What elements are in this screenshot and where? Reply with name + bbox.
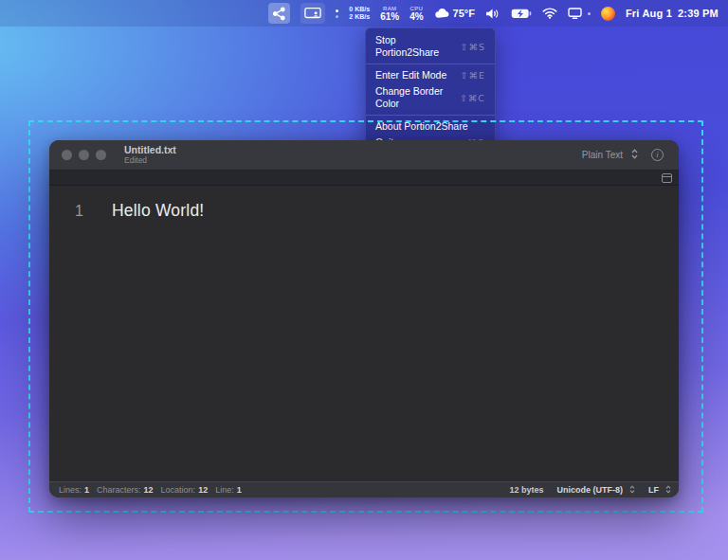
zoom-button[interactable] bbox=[96, 150, 106, 160]
menubar-clock[interactable]: Fri Aug 1 2:39 PM bbox=[626, 3, 719, 24]
menu-item-label: Enter Edit Mode bbox=[375, 69, 446, 81]
share-icon bbox=[272, 7, 286, 21]
syntax-select[interactable]: Plain Text bbox=[582, 149, 638, 161]
menubar-weather[interactable]: 75°F bbox=[434, 3, 475, 24]
menu-separator bbox=[366, 63, 495, 64]
menubar-screenshare-button[interactable] bbox=[300, 3, 325, 24]
display-icon bbox=[568, 8, 582, 20]
traffic-lights bbox=[62, 150, 106, 160]
editor-window: Untitled.txt Edited Plain Text i 1 Hello… bbox=[49, 140, 679, 497]
screen-sharing-icon bbox=[304, 7, 321, 20]
menu-item-border-color[interactable]: Change Border Color ⇧⌘C bbox=[366, 83, 495, 112]
chevron-updown-icon bbox=[631, 149, 638, 161]
status-location: Location: 12 bbox=[161, 485, 209, 495]
editor-text[interactable]: Hello World! bbox=[112, 201, 204, 221]
close-button[interactable] bbox=[62, 150, 72, 160]
weather-temp: 75°F bbox=[453, 8, 475, 19]
menubar-cpu-stat[interactable]: CPU 4% bbox=[410, 3, 423, 24]
encoding-select[interactable]: Unicode (UTF-8) bbox=[557, 485, 636, 496]
menubar-portion2share-button[interactable] bbox=[268, 3, 290, 24]
volume-icon bbox=[485, 8, 500, 20]
menu-item-shortcut: ⇧⌘C bbox=[460, 92, 485, 104]
status-line: Line: 1 bbox=[215, 485, 242, 495]
network-download: 2 KB/s bbox=[349, 13, 370, 21]
dot-icon bbox=[336, 15, 338, 18]
file-size: 12 bytes bbox=[509, 485, 543, 495]
ram-value: 61% bbox=[380, 11, 399, 22]
menu-item-shortcut: ⇧⌘E bbox=[461, 69, 485, 81]
menu-item-label: Change Border Color bbox=[375, 85, 460, 110]
network-upload: 0 KB/s bbox=[349, 6, 370, 13]
editor-navigation-bar bbox=[49, 171, 679, 186]
chevron-updown-icon bbox=[665, 485, 671, 496]
minimize-button[interactable] bbox=[79, 150, 89, 160]
menu-item-label: Stop Portion2Share bbox=[375, 34, 461, 59]
cloud-icon bbox=[434, 8, 450, 19]
window-title: Untitled.txt bbox=[124, 145, 176, 156]
menu-item-edit-mode[interactable]: Enter Edit Mode ⇧⌘E bbox=[366, 67, 495, 83]
editor-area[interactable]: 1 Hello World! bbox=[49, 186, 679, 481]
dot-icon bbox=[336, 9, 338, 12]
firefox-icon bbox=[601, 7, 615, 21]
menubar-battery[interactable] bbox=[511, 3, 532, 24]
portion2share-menu: Stop Portion2Share ⇧⌘S Enter Edit Mode ⇧… bbox=[365, 27, 496, 155]
menubar-network-stats[interactable]: 0 KB/s 2 KB/s bbox=[349, 3, 370, 24]
window-statusbar: Lines: 1 Characters: 12 Location: 12 Lin… bbox=[49, 481, 679, 497]
menu-item-shortcut: ⇧⌘S bbox=[461, 41, 486, 53]
window-titlebar[interactable]: Untitled.txt Edited Plain Text i bbox=[49, 140, 679, 171]
toggle-pane-icon[interactable] bbox=[662, 173, 672, 183]
cpu-value: 4% bbox=[410, 11, 423, 22]
menubar-time: 2:39 PM bbox=[678, 8, 719, 19]
status-lines: Lines: 1 bbox=[59, 485, 89, 495]
chevron-updown-icon bbox=[629, 485, 635, 496]
status-characters: Characters: 12 bbox=[97, 485, 154, 495]
menu-item-about[interactable]: About Portion2Share bbox=[366, 118, 495, 135]
menu-separator bbox=[366, 115, 495, 116]
menubar-display[interactable] bbox=[568, 3, 582, 24]
menu-item-label: About Portion2Share bbox=[375, 120, 467, 133]
menubar-browser[interactable] bbox=[601, 3, 615, 24]
code-line: 1 Hello World! bbox=[49, 201, 679, 221]
info-icon[interactable]: i bbox=[651, 149, 664, 161]
separator-dot-icon bbox=[588, 12, 591, 15]
menubar-ram-stat[interactable]: RAM 61% bbox=[380, 3, 399, 24]
line-ending-select[interactable]: LF bbox=[648, 485, 671, 496]
window-title-block: Untitled.txt Edited bbox=[124, 145, 176, 165]
menubar-wifi[interactable] bbox=[542, 3, 557, 24]
battery-charging-icon bbox=[511, 9, 532, 19]
menu-item-stop[interactable]: Stop Portion2Share ⇧⌘S bbox=[366, 32, 495, 61]
wifi-icon bbox=[542, 8, 557, 19]
menubar-date: Fri Aug 1 bbox=[626, 8, 672, 19]
window-edited-badge: Edited bbox=[124, 156, 176, 165]
syntax-value: Plain Text bbox=[582, 150, 623, 160]
menubar: 0 KB/s 2 KB/s RAM 61% CPU 4% 75°F bbox=[0, 0, 728, 27]
line-number: 1 bbox=[49, 203, 91, 220]
menubar-stats-indicator[interactable] bbox=[336, 3, 338, 24]
menubar-volume[interactable] bbox=[485, 3, 500, 24]
